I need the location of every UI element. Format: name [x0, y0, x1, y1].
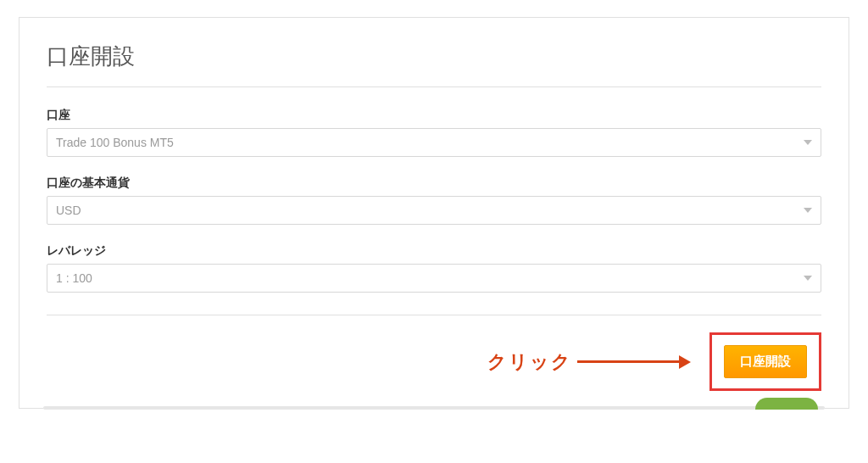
chevron-down-icon: [804, 140, 812, 145]
field-currency: 口座の基本通貨 USD: [47, 176, 821, 225]
submit-button[interactable]: 口座開設: [724, 345, 807, 378]
chevron-down-icon: [804, 208, 812, 213]
arrow-right-icon: [679, 355, 691, 369]
annotation: クリック: [487, 349, 691, 375]
label-account: 口座: [47, 108, 821, 123]
bottom-shadow: [43, 406, 825, 410]
select-leverage-value: 1 : 100: [56, 271, 804, 285]
highlight-box: 口座開設: [709, 332, 821, 391]
label-leverage: レバレッジ: [47, 243, 821, 259]
chevron-down-icon: [804, 276, 812, 281]
field-leverage: レバレッジ 1 : 100: [47, 243, 821, 293]
select-currency[interactable]: USD: [47, 196, 821, 225]
annotation-text: クリック: [487, 349, 572, 375]
account-open-panel: 口座開設 口座 Trade 100 Bonus MT5 口座の基本通貨 USD …: [19, 17, 849, 409]
divider: [47, 315, 821, 315]
arrow-line-icon: [577, 360, 679, 363]
select-account[interactable]: Trade 100 Bonus MT5: [47, 128, 821, 157]
select-leverage[interactable]: 1 : 100: [47, 264, 821, 293]
label-currency: 口座の基本通貨: [47, 176, 821, 191]
page-title: 口座開設: [47, 42, 821, 87]
field-account: 口座 Trade 100 Bonus MT5: [47, 108, 821, 157]
select-currency-value: USD: [56, 204, 804, 217]
footer-row: クリック 口座開設: [47, 332, 821, 391]
select-account-value: Trade 100 Bonus MT5: [56, 136, 804, 149]
chat-bubble-icon[interactable]: [755, 398, 818, 410]
